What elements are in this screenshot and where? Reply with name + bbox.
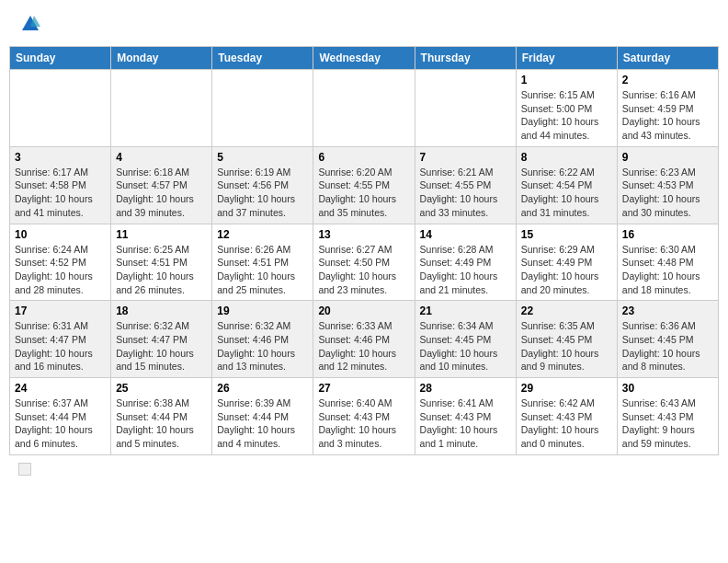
day-number: 16	[622, 228, 713, 241]
weekday-header-monday: Monday	[111, 47, 212, 70]
day-number: 5	[217, 151, 308, 164]
day-number: 29	[521, 382, 612, 395]
calendar-cell: 25Sunrise: 6:38 AMSunset: 4:44 PMDayligh…	[111, 378, 212, 455]
calendar-cell: 12Sunrise: 6:26 AMSunset: 4:51 PMDayligh…	[212, 224, 313, 301]
calendar-cell	[415, 70, 516, 147]
weekday-header-row: SundayMondayTuesdayWednesdayThursdayFrid…	[10, 47, 719, 70]
logo	[18, 14, 40, 34]
footer	[9, 463, 719, 476]
day-info: Sunrise: 6:16 AMSunset: 4:59 PMDaylight:…	[622, 88, 713, 143]
day-info: Sunrise: 6:39 AMSunset: 4:44 PMDaylight:…	[217, 396, 308, 451]
day-info: Sunrise: 6:32 AMSunset: 4:46 PMDaylight:…	[217, 319, 308, 373]
day-number: 7	[420, 151, 511, 164]
calendar-cell: 17Sunrise: 6:31 AMSunset: 4:47 PMDayligh…	[10, 301, 111, 378]
calendar-cell: 2Sunrise: 6:16 AMSunset: 4:59 PMDaylight…	[617, 70, 718, 147]
day-info: Sunrise: 6:19 AMSunset: 4:56 PMDaylight:…	[217, 166, 308, 220]
calendar-cell: 9Sunrise: 6:23 AMSunset: 4:53 PMDaylight…	[617, 146, 718, 224]
day-info: Sunrise: 6:20 AMSunset: 4:55 PMDaylight:…	[318, 166, 409, 220]
calendar-week-3: 10Sunrise: 6:24 AMSunset: 4:52 PMDayligh…	[10, 224, 719, 301]
day-info: Sunrise: 6:43 AMSunset: 4:43 PMDaylight:…	[622, 396, 713, 451]
calendar-cell: 4Sunrise: 6:18 AMSunset: 4:57 PMDaylight…	[111, 146, 212, 224]
day-number: 25	[116, 382, 207, 395]
calendar-cell: 19Sunrise: 6:32 AMSunset: 4:46 PMDayligh…	[212, 301, 313, 378]
day-number: 15	[521, 228, 612, 241]
calendar-cell: 6Sunrise: 6:20 AMSunset: 4:55 PMDaylight…	[313, 146, 415, 224]
day-number: 27	[318, 382, 409, 395]
day-number: 10	[15, 228, 106, 241]
day-info: Sunrise: 6:22 AMSunset: 4:54 PMDaylight:…	[521, 166, 612, 220]
day-info: Sunrise: 6:15 AMSunset: 5:00 PMDaylight:…	[521, 88, 612, 143]
day-number: 4	[116, 151, 207, 164]
calendar-cell: 16Sunrise: 6:30 AMSunset: 4:48 PMDayligh…	[617, 224, 718, 301]
day-number: 17	[15, 304, 106, 317]
day-info: Sunrise: 6:31 AMSunset: 4:47 PMDaylight:…	[15, 319, 106, 373]
calendar-cell: 30Sunrise: 6:43 AMSunset: 4:43 PMDayligh…	[617, 378, 718, 455]
calendar-cell: 13Sunrise: 6:27 AMSunset: 4:50 PMDayligh…	[313, 224, 415, 301]
day-info: Sunrise: 6:26 AMSunset: 4:51 PMDaylight:…	[217, 243, 308, 297]
day-info: Sunrise: 6:41 AMSunset: 4:43 PMDaylight:…	[420, 396, 511, 451]
day-number: 26	[217, 382, 308, 395]
calendar-cell: 27Sunrise: 6:40 AMSunset: 4:43 PMDayligh…	[313, 378, 415, 455]
day-number: 1	[521, 74, 612, 86]
day-info: Sunrise: 6:38 AMSunset: 4:44 PMDaylight:…	[116, 396, 207, 451]
day-info: Sunrise: 6:24 AMSunset: 4:52 PMDaylight:…	[15, 243, 106, 297]
weekday-header-friday: Friday	[516, 47, 617, 70]
day-info: Sunrise: 6:34 AMSunset: 4:45 PMDaylight:…	[420, 319, 511, 373]
day-number: 30	[622, 382, 713, 395]
calendar-cell: 14Sunrise: 6:28 AMSunset: 4:49 PMDayligh…	[415, 224, 516, 301]
day-number: 28	[420, 382, 511, 395]
calendar-cell: 22Sunrise: 6:35 AMSunset: 4:45 PMDayligh…	[516, 301, 617, 378]
calendar-cell: 15Sunrise: 6:29 AMSunset: 4:49 PMDayligh…	[516, 224, 617, 301]
footer-box-icon	[18, 463, 31, 476]
day-number: 19	[217, 304, 308, 317]
calendar-cell: 28Sunrise: 6:41 AMSunset: 4:43 PMDayligh…	[415, 378, 516, 455]
calendar-cell	[212, 70, 313, 147]
day-info: Sunrise: 6:17 AMSunset: 4:58 PMDaylight:…	[15, 166, 106, 220]
day-info: Sunrise: 6:33 AMSunset: 4:46 PMDaylight:…	[318, 319, 409, 373]
day-info: Sunrise: 6:29 AMSunset: 4:49 PMDaylight:…	[521, 243, 612, 297]
day-number: 22	[521, 304, 612, 317]
day-info: Sunrise: 6:36 AMSunset: 4:45 PMDaylight:…	[622, 319, 713, 373]
day-info: Sunrise: 6:21 AMSunset: 4:55 PMDaylight:…	[420, 166, 511, 220]
day-info: Sunrise: 6:40 AMSunset: 4:43 PMDaylight:…	[318, 396, 409, 451]
day-number: 8	[521, 151, 612, 164]
calendar-cell: 24Sunrise: 6:37 AMSunset: 4:44 PMDayligh…	[10, 378, 111, 455]
day-number: 3	[15, 151, 106, 164]
calendar-cell: 5Sunrise: 6:19 AMSunset: 4:56 PMDaylight…	[212, 146, 313, 224]
calendar-cell: 11Sunrise: 6:25 AMSunset: 4:51 PMDayligh…	[111, 224, 212, 301]
day-number: 18	[116, 304, 207, 317]
weekday-header-saturday: Saturday	[617, 47, 718, 70]
day-number: 20	[318, 304, 409, 317]
day-info: Sunrise: 6:25 AMSunset: 4:51 PMDaylight:…	[116, 243, 207, 297]
calendar-cell	[10, 70, 111, 147]
day-info: Sunrise: 6:37 AMSunset: 4:44 PMDaylight:…	[15, 396, 106, 451]
day-info: Sunrise: 6:27 AMSunset: 4:50 PMDaylight:…	[318, 243, 409, 297]
logo-icon	[20, 14, 40, 34]
calendar-cell: 10Sunrise: 6:24 AMSunset: 4:52 PMDayligh…	[10, 224, 111, 301]
weekday-header-tuesday: Tuesday	[212, 47, 313, 70]
day-info: Sunrise: 6:35 AMSunset: 4:45 PMDaylight:…	[521, 319, 612, 373]
weekday-header-sunday: Sunday	[10, 47, 111, 70]
day-info: Sunrise: 6:28 AMSunset: 4:49 PMDaylight:…	[420, 243, 511, 297]
calendar-cell: 21Sunrise: 6:34 AMSunset: 4:45 PMDayligh…	[415, 301, 516, 378]
calendar-cell: 26Sunrise: 6:39 AMSunset: 4:44 PMDayligh…	[212, 378, 313, 455]
day-number: 23	[622, 304, 713, 317]
calendar-week-5: 24Sunrise: 6:37 AMSunset: 4:44 PMDayligh…	[10, 378, 719, 455]
calendar-cell: 1Sunrise: 6:15 AMSunset: 5:00 PMDaylight…	[516, 70, 617, 147]
calendar-table: SundayMondayTuesdayWednesdayThursdayFrid…	[9, 46, 719, 455]
day-info: Sunrise: 6:32 AMSunset: 4:47 PMDaylight:…	[116, 319, 207, 373]
calendar-cell: 29Sunrise: 6:42 AMSunset: 4:43 PMDayligh…	[516, 378, 617, 455]
calendar-cell	[313, 70, 415, 147]
day-number: 6	[318, 151, 409, 164]
day-number: 9	[622, 151, 713, 164]
calendar-cell: 23Sunrise: 6:36 AMSunset: 4:45 PMDayligh…	[617, 301, 718, 378]
calendar-week-4: 17Sunrise: 6:31 AMSunset: 4:47 PMDayligh…	[10, 301, 719, 378]
day-number: 13	[318, 228, 409, 241]
calendar-cell: 20Sunrise: 6:33 AMSunset: 4:46 PMDayligh…	[313, 301, 415, 378]
calendar-cell: 7Sunrise: 6:21 AMSunset: 4:55 PMDaylight…	[415, 146, 516, 224]
day-info: Sunrise: 6:42 AMSunset: 4:43 PMDaylight:…	[521, 396, 612, 451]
weekday-header-wednesday: Wednesday	[313, 47, 415, 70]
day-info: Sunrise: 6:30 AMSunset: 4:48 PMDaylight:…	[622, 243, 713, 297]
calendar-cell: 3Sunrise: 6:17 AMSunset: 4:58 PMDaylight…	[10, 146, 111, 224]
calendar-cell: 8Sunrise: 6:22 AMSunset: 4:54 PMDaylight…	[516, 146, 617, 224]
